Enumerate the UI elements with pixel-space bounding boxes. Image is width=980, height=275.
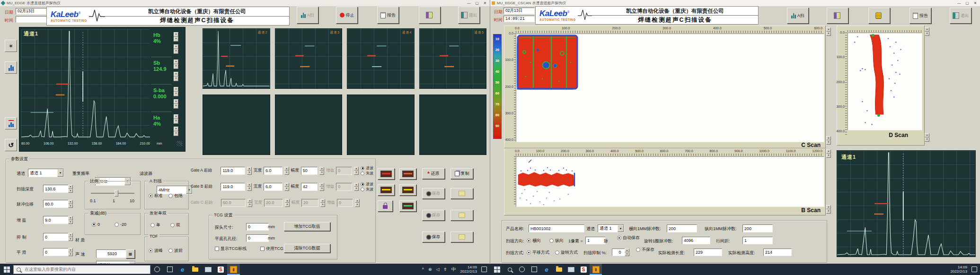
- close-button[interactable]: ✕: [484, 1, 486, 5]
- dscan-spinner[interactable]: ▲▼: [925, 27, 929, 36]
- close-button[interactable]: ✕: [974, 1, 977, 5]
- mini-panel-5[interactable]: [203, 95, 270, 155]
- left-titlebar[interactable]: MU_EDGE 水浸直缝超声探伤仪 — ▢ ✕: [0, 0, 490, 6]
- tof-peak-radio[interactable]: 波峰: [149, 248, 163, 254]
- mode-translate-radio[interactable]: 平移方式: [527, 249, 549, 256]
- edge-button[interactable]: e: [176, 264, 189, 275]
- lock-button[interactable]: [378, 200, 393, 212]
- ascan-button[interactable]: A扫: [297, 7, 318, 24]
- gate-a-width-field[interactable]: 6.0: [264, 167, 283, 175]
- gate-histogram-button[interactable]: [5, 117, 17, 129]
- start-button[interactable]: [490, 264, 503, 275]
- chevron-down-icon[interactable]: ▼: [57, 169, 63, 177]
- use-tcg-checkbox[interactable]: 使用TCG: [260, 246, 283, 252]
- rotation-pulse-field[interactable]: 4096: [682, 237, 710, 244]
- bscan-spinner[interactable]: ▲▼: [826, 149, 831, 158]
- gate-a-gain-spinner[interactable]: ▲▼: [354, 167, 359, 175]
- dscan-spinner[interactable]: ▲▼: [925, 133, 929, 142]
- ascan-button[interactable]: A扫: [787, 8, 809, 24]
- chevron-down-icon[interactable]: ▼: [618, 225, 624, 232]
- scan-depth-spinner[interactable]: ▲▼: [68, 185, 73, 193]
- save-button-1[interactable]: 保存: [422, 188, 445, 199]
- meas-spinner[interactable]: ▲▼: [174, 32, 178, 42]
- tcg-add-button[interactable]: 增加TCG取值: [284, 222, 330, 231]
- histogram-button[interactable]: [5, 61, 17, 74]
- right-titlebar[interactable]: MU_EDGE_CSCAN 水浸直缝超声探伤仪 — ▢ ✕: [490, 0, 980, 6]
- maximize-button[interactable]: ▢: [476, 1, 479, 5]
- row-gap-field[interactable]: 1: [742, 237, 773, 244]
- gate-a-width-spinner[interactable]: ▲▼: [284, 167, 289, 175]
- report-button[interactable]: 报告: [377, 7, 399, 24]
- atten-minus20-radio[interactable]: -20: [115, 222, 126, 227]
- tray-chevron-icon[interactable]: ^: [422, 267, 424, 272]
- v-pulse-field[interactable]: 200: [742, 224, 773, 232]
- mini-panel-6[interactable]: [275, 95, 343, 155]
- velocity-table-button[interactable]: ▦: [126, 249, 135, 258]
- nosave-radio[interactable]: 不保存: [636, 247, 654, 253]
- meas-spinner[interactable]: ▲▼: [174, 60, 178, 69]
- bscan-spinner[interactable]: ▲▼: [826, 205, 831, 214]
- gate-a-color-button-2[interactable]: [399, 168, 416, 180]
- gate-b-color-button[interactable]: [378, 184, 395, 196]
- reject-spinner[interactable]: ▲▼: [68, 233, 73, 241]
- actual-length-field[interactable]: 229: [694, 249, 722, 256]
- tcg-clear-button[interactable]: 清除TCG数据: [284, 244, 330, 253]
- dscan-plot[interactable]: [848, 33, 922, 130]
- scan-suppress-spinner[interactable]: ▲▼: [625, 249, 629, 256]
- gate-a-falling-radio[interactable]: 失波: [361, 171, 373, 176]
- notification-icon[interactable]: [971, 266, 977, 272]
- gate-c-color-button[interactable]: [399, 200, 416, 212]
- load-button-3[interactable]: [450, 232, 473, 242]
- gate-a-amp-spinner[interactable]: ▲▼: [319, 167, 324, 175]
- gate-c-gain-field[interactable]: 0: [337, 199, 353, 207]
- edge-button[interactable]: e: [540, 264, 553, 275]
- channel-select[interactable]: 通道 1▼: [598, 224, 624, 232]
- time-field[interactable]: 14:09:21: [503, 16, 535, 22]
- mini-panel-4[interactable]: 通道5: [419, 28, 487, 89]
- scale-slider-handle[interactable]: [115, 190, 118, 197]
- volume-icon[interactable]: ◁: [436, 267, 439, 272]
- product-name-field[interactable]: HB001002: [529, 224, 584, 232]
- cortana-button[interactable]: [150, 264, 163, 275]
- gate-c-start-field[interactable]: 50.0: [221, 199, 246, 207]
- usb-icon[interactable]: ⇮: [443, 267, 447, 272]
- meas-spinner[interactable]: ▲▼: [174, 127, 178, 136]
- gate-b-rising-radio[interactable]: 进波: [361, 181, 373, 187]
- stop-button[interactable]: 停止: [336, 7, 358, 24]
- minimize-button[interactable]: —: [467, 1, 471, 5]
- tx-single-radio[interactable]: 单: [150, 222, 160, 228]
- velocity-field[interactable]: 5920: [96, 249, 128, 258]
- fbh-field[interactable]: 0: [246, 234, 269, 242]
- cortana-button[interactable]: [516, 264, 528, 275]
- ime-indicator[interactable]: 中: [451, 266, 456, 273]
- reset-button[interactable]: ↺: [5, 139, 17, 151]
- cscan-plot[interactable]: [516, 34, 824, 142]
- explorer-button[interactable]: [189, 264, 202, 275]
- ascan-envelope-radio[interactable]: 包络: [168, 193, 183, 199]
- time-field[interactable]: [16, 16, 47, 23]
- gate-b-amp-spinner[interactable]: ▲▼: [319, 183, 324, 191]
- gate-b-width-field[interactable]: 6.0: [264, 183, 283, 191]
- atten-0-radio[interactable]: 0: [92, 222, 100, 227]
- gate-c-start-spinner[interactable]: ▲▼: [247, 199, 252, 207]
- sogou-button[interactable]: S: [214, 264, 227, 275]
- autosave-radio[interactable]: 自动保存: [617, 235, 640, 241]
- save-button-3[interactable]: 保存: [422, 232, 445, 242]
- gate-b-start-field[interactable]: 119.0: [221, 183, 245, 191]
- ascan-plot[interactable]: [21, 29, 150, 139]
- dir-horizontal-radio[interactable]: 横向: [527, 238, 541, 244]
- gate-b-falling-radio[interactable]: 失波: [361, 187, 373, 192]
- meas-spinner[interactable]: ▲▼: [174, 72, 178, 81]
- gate-b-width-spinner[interactable]: ▲▼: [284, 183, 289, 191]
- ascan-standard-radio[interactable]: 标准: [149, 193, 163, 199]
- copy-button[interactable]: 复制: [450, 168, 473, 179]
- exit-button[interactable]: 退出: [950, 8, 971, 24]
- gain-field[interactable]: 9.0: [43, 216, 71, 224]
- gate-a-start-spinner[interactable]: ▲▼: [247, 167, 252, 175]
- mini-panel-8[interactable]: [419, 95, 487, 155]
- gate-c-width-spinner[interactable]: ▲▼: [285, 199, 290, 207]
- mini-panel-1[interactable]: 通道2: [203, 28, 270, 89]
- cscan-spinner[interactable]: ▲▼: [826, 136, 831, 145]
- tx-dual-radio[interactable]: 双: [170, 222, 180, 228]
- gate-b-gain-field[interactable]: 0: [336, 183, 352, 191]
